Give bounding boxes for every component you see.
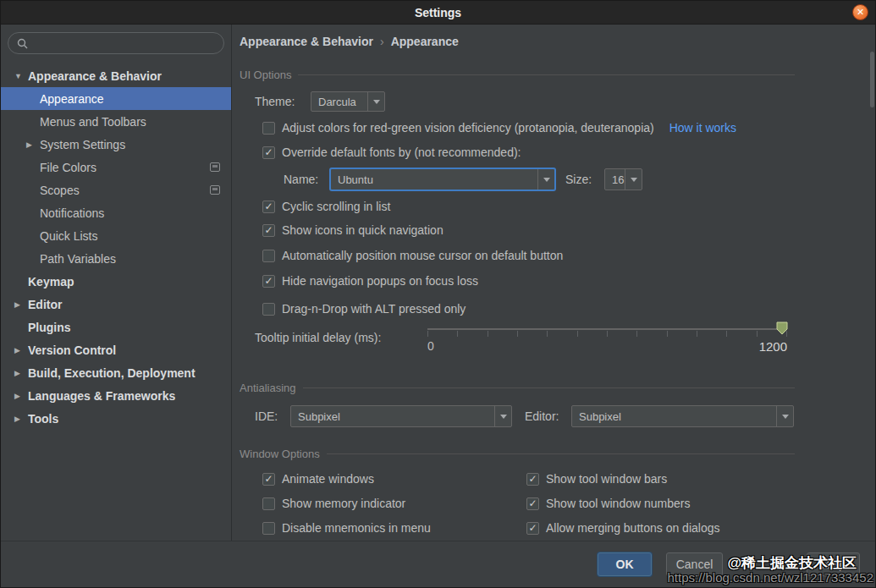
override-fonts-checkbox[interactable] — [262, 146, 275, 159]
tree-item-label: Path Variables — [40, 252, 116, 266]
chevron-right-icon: ▶ — [26, 140, 40, 149]
auto-position-checkbox[interactable] — [262, 250, 275, 262]
section-title: Antialiasing — [240, 382, 296, 394]
merge-dialog-buttons-row: Allow merging buttons on dialogs — [526, 518, 719, 538]
settings-tree: ▼ Appearance & Behavior Appearance Menus… — [1, 64, 231, 430]
search-input[interactable] — [33, 37, 215, 50]
hide-popups-label: Hide navigation popups on focus loss — [282, 274, 478, 288]
chevron-right-icon: ▶ — [14, 369, 28, 377]
font-size-value: 16 — [605, 169, 625, 190]
hide-popups-checkbox[interactable] — [262, 275, 275, 288]
main-area: ▼ Appearance & Behavior Appearance Menus… — [1, 25, 875, 541]
tree-item-label: Tools — [28, 412, 58, 426]
font-row: Name: Ubuntu Size: 16 — [232, 168, 875, 190]
cyclic-scrolling-checkbox[interactable] — [262, 201, 275, 213]
chevron-down-icon[interactable] — [625, 169, 642, 190]
slider-labels: 0 1200 — [427, 339, 787, 354]
vertical-scrollbar-thumb[interactable] — [870, 52, 874, 107]
slider-max-label: 1200 — [759, 339, 787, 354]
sidebar-item-tools[interactable]: ▶ Tools — [1, 407, 231, 430]
sidebar-item-appearance[interactable]: Appearance — [1, 87, 231, 110]
help-button[interactable]: Help — [807, 552, 860, 576]
sidebar-item-plugins[interactable]: Plugins — [1, 316, 231, 338]
tool-window-numbers-checkbox[interactable] — [526, 497, 539, 510]
sidebar-item-build-execution-deployment[interactable]: ▶ Build, Execution, Deployment — [1, 361, 231, 384]
sidebar-item-keymap[interactable]: Keymap — [1, 270, 231, 293]
disable-mnemonics-row: Disable mnemonics in menu — [262, 518, 431, 538]
slider-track[interactable] — [427, 328, 787, 330]
settings-search-box[interactable] — [8, 32, 224, 54]
animate-windows-checkbox[interactable] — [262, 473, 275, 486]
drag-n-drop-checkbox[interactable] — [262, 303, 275, 316]
sidebar-item-scopes[interactable]: Scopes — [1, 179, 231, 201]
ide-label: IDE: — [255, 405, 278, 427]
tree-item-label: Keymap — [28, 275, 74, 289]
editor-antialiasing-value: Subpixel — [572, 406, 776, 426]
tool-window-bars-label: Show tool window bars — [546, 472, 667, 486]
merge-dialog-buttons-checkbox[interactable] — [526, 522, 539, 535]
show-icons-checkbox[interactable] — [262, 224, 275, 237]
font-size-combobox[interactable]: 16 — [604, 168, 642, 190]
sidebar-item-editor[interactable]: ▶ Editor — [1, 293, 231, 316]
sidebar-item-notifications[interactable]: Notifications — [1, 201, 231, 224]
adjust-colors-checkbox[interactable] — [262, 122, 275, 135]
show-memory-indicator-checkbox[interactable] — [262, 497, 275, 510]
tooltip-delay-slider[interactable]: 0 1200 — [427, 321, 787, 358]
chevron-down-icon[interactable] — [776, 406, 793, 426]
chevron-down-icon[interactable] — [367, 92, 384, 111]
tree-item-label: Build, Execution, Deployment — [28, 366, 196, 380]
ide-antialiasing-combobox[interactable]: Subpixel — [290, 405, 512, 427]
chevron-right-icon: ▶ — [14, 392, 28, 400]
antialiasing-row: IDE: Subpixel Editor: Subpixel — [232, 405, 875, 427]
sidebar-item-appearance-behavior[interactable]: ▼ Appearance & Behavior — [1, 64, 231, 87]
settings-window: Settings ✕ ▼ Appearance & Behavior Appe — [0, 0, 876, 588]
close-button[interactable]: ✕ — [852, 4, 868, 20]
adjust-colors-row: Adjust colors for red-green vision defic… — [262, 118, 736, 138]
tree-item-label: System Settings — [40, 138, 125, 151]
tree-item-label: Quick Lists — [40, 229, 97, 243]
sidebar-item-version-control[interactable]: ▶ Version Control — [1, 338, 231, 361]
sidebar-item-languages-frameworks[interactable]: ▶ Languages & Frameworks — [1, 384, 231, 407]
sidebar-item-file-colors[interactable]: File Colors — [1, 156, 231, 179]
section-title: UI Options — [240, 69, 291, 81]
breadcrumb-separator: › — [380, 35, 384, 48]
tree-item-label: Plugins — [28, 321, 71, 334]
animate-windows-label: Animate windows — [282, 472, 374, 486]
tree-item-label: Languages & Frameworks — [28, 389, 175, 403]
breadcrumb-appearance-behavior[interactable]: Appearance & Behavior — [240, 35, 373, 48]
section-ui-options: UI Options — [240, 67, 795, 82]
tree-item-label: Version Control — [28, 343, 116, 357]
tree-item-label: Notifications — [40, 206, 104, 220]
section-window-options: Window Options — [240, 446, 795, 461]
sidebar-item-system-settings[interactable]: ▶ System Settings — [1, 133, 231, 156]
tool-window-numbers-row: Show tool window numbers — [526, 493, 690, 514]
cancel-button[interactable]: Cancel — [666, 552, 723, 576]
section-divider — [327, 453, 795, 454]
slider-thumb[interactable] — [776, 321, 788, 335]
chevron-down-icon[interactable] — [494, 406, 511, 426]
window-title: Settings — [415, 6, 461, 19]
font-name-combobox[interactable]: Ubuntu — [330, 168, 555, 190]
how-it-works-link[interactable]: How it works — [669, 121, 736, 135]
disable-mnemonics-checkbox[interactable] — [262, 522, 275, 535]
theme-combobox[interactable]: Darcula — [311, 91, 385, 112]
cyclic-scrolling-row: Cyclic scrolling in list — [262, 196, 390, 217]
chevron-right-icon: ▶ — [14, 300, 28, 309]
tree-item-label: File Colors — [40, 161, 96, 174]
sidebar-item-path-variables[interactable]: Path Variables — [1, 247, 231, 270]
breadcrumb-appearance: Appearance — [391, 35, 459, 48]
tree-item-label: Scopes — [40, 184, 80, 197]
chevron-down-icon[interactable] — [537, 169, 554, 190]
auto-position-row: Automatically position mouse cursor on d… — [262, 245, 563, 266]
settings-content: Appearance & Behavior › Appearance UI Op… — [232, 25, 875, 541]
tool-window-bars-checkbox[interactable] — [526, 473, 539, 486]
section-antialiasing: Antialiasing — [240, 380, 795, 395]
editor-antialiasing-combobox[interactable]: Subpixel — [571, 405, 794, 427]
sidebar-item-quick-lists[interactable]: Quick Lists — [1, 224, 231, 247]
sidebar-item-menus-and-toolbars[interactable]: Menus and Toolbars — [1, 110, 231, 133]
theme-label: Theme: — [255, 91, 295, 113]
font-name-value: Ubuntu — [331, 169, 537, 190]
ok-button[interactable]: OK — [598, 552, 652, 576]
slider-min-label: 0 — [427, 339, 434, 354]
settings-sidebar: ▼ Appearance & Behavior Appearance Menus… — [1, 25, 232, 541]
